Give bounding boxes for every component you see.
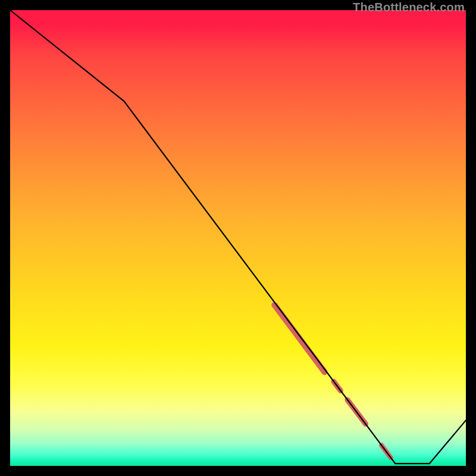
chart-frame: TheBottleneck.com <box>10 10 466 466</box>
main-curve <box>10 10 466 464</box>
highlight-segment <box>274 305 324 372</box>
chart-plot <box>10 10 466 466</box>
